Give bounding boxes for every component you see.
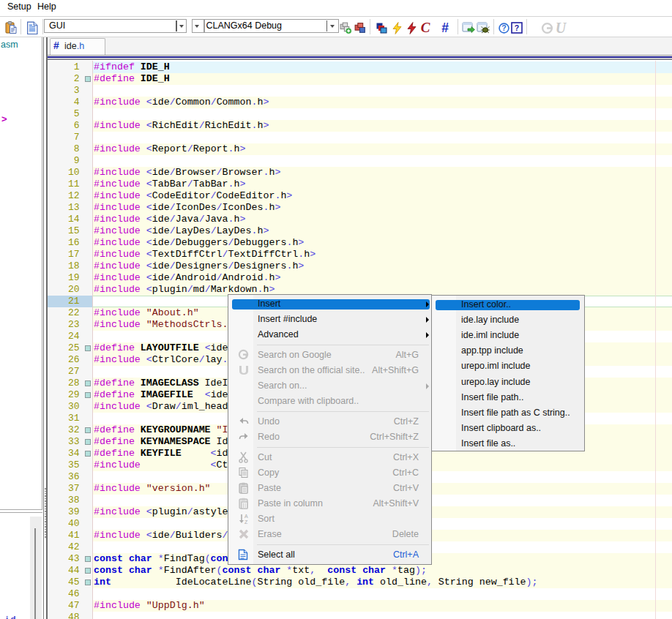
svg-text:Z: Z [244,519,248,525]
svg-text:?: ? [515,23,519,32]
svg-text:A: A [244,514,248,519]
svg-text:?: ? [501,23,506,32]
